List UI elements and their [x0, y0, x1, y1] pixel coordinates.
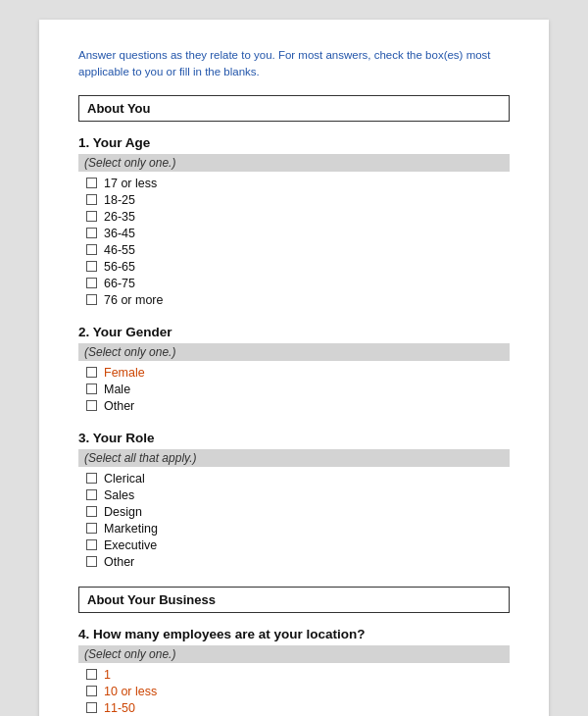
checkbox-icon[interactable]	[86, 211, 97, 222]
option-label: 1	[104, 668, 111, 682]
option-label: 26-35	[104, 210, 135, 224]
checkbox-icon[interactable]	[86, 194, 97, 205]
list-item[interactable]: 66-75	[86, 277, 510, 290]
list-item[interactable]: Executive	[86, 538, 510, 552]
option-label: Other	[104, 399, 134, 413]
option-label: 10 or less	[104, 685, 157, 698]
checkbox-icon[interactable]	[86, 228, 97, 238]
option-label: 11-50	[104, 701, 135, 715]
checkbox-icon[interactable]	[86, 244, 97, 255]
checkbox-icon[interactable]	[86, 400, 97, 411]
option-label: Marketing	[104, 522, 158, 536]
checkbox-icon[interactable]	[86, 506, 97, 517]
checkbox-icon[interactable]	[86, 556, 97, 567]
list-item[interactable]: 56-65	[86, 260, 510, 274]
list-item[interactable]: Clerical	[86, 472, 510, 486]
option-label: Clerical	[104, 472, 145, 486]
option-label: Male	[104, 383, 130, 396]
list-item[interactable]: Female	[86, 366, 510, 380]
checkbox-icon[interactable]	[86, 367, 97, 378]
question-q1: 1. Your Age(Select only one.)17 or less1…	[78, 135, 510, 307]
checkbox-icon[interactable]	[86, 294, 97, 305]
list-item[interactable]: 26-35	[86, 210, 510, 224]
section-title-about-business: About Your Business	[78, 587, 510, 613]
options-q1: 17 or less18-2526-3536-4546-5556-6566-75…	[78, 177, 510, 307]
options-q4: 110 or less11-5051-500	[78, 668, 510, 717]
section-title-about-you: About You	[78, 95, 510, 122]
list-item[interactable]: Male	[86, 383, 510, 396]
list-item[interactable]: 11-50	[86, 701, 510, 715]
checkbox-icon[interactable]	[86, 278, 97, 288]
list-item[interactable]: 17 or less	[86, 177, 510, 190]
checkbox-icon[interactable]	[86, 384, 97, 394]
checkbox-icon[interactable]	[86, 539, 97, 550]
options-q2: FemaleMaleOther	[78, 366, 510, 413]
list-item[interactable]: Design	[86, 505, 510, 519]
checkbox-icon[interactable]	[86, 473, 97, 484]
question-title-q3: 3. Your Role	[78, 431, 510, 445]
options-q3: ClericalSalesDesignMarketingExecutiveOth…	[78, 472, 510, 569]
question-title-q4: 4. How many employees are at your locati…	[78, 627, 510, 641]
instruction-q1: (Select only one.)	[78, 154, 510, 172]
list-item[interactable]: 46-55	[86, 243, 510, 257]
option-label: Female	[104, 366, 145, 380]
question-q3: 3. Your Role(Select all that apply.)Cler…	[78, 431, 510, 569]
checkbox-icon[interactable]	[86, 261, 97, 272]
checkbox-icon[interactable]	[86, 489, 97, 500]
list-item[interactable]: 10 or less	[86, 685, 510, 698]
option-label: 56-65	[104, 260, 135, 274]
intro-text: Answer questions as they relate to you. …	[78, 47, 510, 81]
option-label: 66-75	[104, 277, 135, 290]
option-label: 46-55	[104, 243, 135, 257]
list-item[interactable]: 36-45	[86, 227, 510, 240]
option-label: 76 or more	[104, 293, 163, 307]
instruction-q4: (Select only one.)	[78, 645, 510, 663]
checkbox-icon[interactable]	[86, 686, 97, 696]
checkbox-icon[interactable]	[86, 669, 97, 680]
list-item[interactable]: 1	[86, 668, 510, 682]
instruction-q3: (Select all that apply.)	[78, 449, 510, 467]
instruction-q2: (Select only one.)	[78, 343, 510, 361]
question-q4: 4. How many employees are at your locati…	[78, 627, 510, 717]
question-q2: 2. Your Gender(Select only one.)FemaleMa…	[78, 325, 510, 413]
option-label: 18-25	[104, 193, 135, 207]
list-item[interactable]: 18-25	[86, 193, 510, 207]
survey-page: Answer questions as they relate to you. …	[39, 20, 549, 716]
list-item[interactable]: Sales	[86, 488, 510, 502]
list-item[interactable]: Marketing	[86, 522, 510, 536]
option-label: Executive	[104, 538, 157, 552]
checkbox-icon[interactable]	[86, 523, 97, 534]
checkbox-icon[interactable]	[86, 178, 97, 188]
list-item[interactable]: Other	[86, 555, 510, 569]
checkbox-icon[interactable]	[86, 702, 97, 713]
question-title-q2: 2. Your Gender	[78, 325, 510, 339]
option-label: Design	[104, 505, 142, 519]
option-label: Other	[104, 555, 134, 569]
list-item[interactable]: 76 or more	[86, 293, 510, 307]
option-label: 17 or less	[104, 177, 157, 190]
option-label: 36-45	[104, 227, 135, 240]
option-label: Sales	[104, 488, 134, 502]
list-item[interactable]: Other	[86, 399, 510, 413]
question-title-q1: 1. Your Age	[78, 135, 510, 150]
